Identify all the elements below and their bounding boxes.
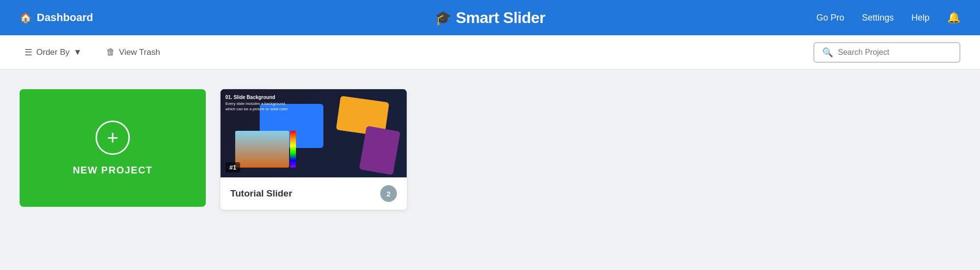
trash-icon: 🗑	[106, 47, 115, 57]
settings-link[interactable]: Settings	[862, 13, 894, 23]
toolbar-right: 🔍	[813, 42, 960, 63]
search-input[interactable]	[838, 48, 952, 57]
project-card[interactable]: 01. Slide Background Every slide include…	[220, 89, 407, 210]
help-link[interactable]: Help	[911, 13, 930, 23]
dashboard-nav[interactable]: 🏠 Dashboard	[20, 11, 93, 24]
thumb-desc: Every slide includes a background, which…	[225, 101, 294, 112]
toolbar: ☰ Order By ▼ 🗑 View Trash 🔍	[0, 35, 980, 70]
toolbar-left: ☰ Order By ▼ 🗑 View Trash	[20, 44, 165, 61]
header: 🏠 Dashboard 🎓 Smart Slider Go Pro Settin…	[0, 0, 980, 35]
order-by-label: Order By	[36, 48, 70, 57]
go-pro-link[interactable]: Go Pro	[816, 13, 844, 23]
home-icon: 🏠	[20, 12, 32, 24]
notification-bell-icon[interactable]: 🔔	[947, 11, 960, 24]
plus-circle-icon: +	[96, 121, 130, 155]
thumb-photo	[235, 131, 289, 168]
search-icon: 🔍	[822, 47, 833, 58]
project-title: Tutorial Slider	[230, 188, 292, 199]
thumb-color-bar	[290, 131, 296, 168]
search-box[interactable]: 🔍	[813, 42, 960, 63]
logo-text: Smart Slider	[456, 9, 545, 27]
dashboard-label: Dashboard	[37, 11, 93, 24]
view-trash-button[interactable]: 🗑 View Trash	[101, 44, 165, 60]
project-thumbnail: 01. Slide Background Every slide include…	[220, 89, 407, 177]
order-icon: ☰	[24, 47, 32, 58]
new-project-card[interactable]: + NEW PROJECT	[20, 89, 206, 207]
thumbnail-content: 01. Slide Background Every slide include…	[220, 89, 407, 177]
projects-grid: + NEW PROJECT 01. Slide Background Every…	[0, 70, 980, 229]
chevron-down-icon: ▼	[74, 48, 82, 57]
slide-count-badge: 2	[380, 185, 397, 202]
view-trash-label: View Trash	[119, 48, 160, 57]
logo-icon: 🎓	[435, 10, 452, 26]
thumb-title: 01. Slide Background	[225, 94, 294, 101]
thumb-text-box: 01. Slide Background Every slide include…	[225, 94, 294, 112]
header-nav: Go Pro Settings Help 🔔	[816, 11, 960, 24]
logo: 🎓 Smart Slider	[435, 9, 545, 27]
order-by-button[interactable]: ☰ Order By ▼	[20, 44, 87, 61]
project-card-footer: Tutorial Slider 2	[220, 177, 407, 210]
slide-badge: #1	[225, 162, 240, 172]
new-project-label: NEW PROJECT	[73, 165, 152, 176]
